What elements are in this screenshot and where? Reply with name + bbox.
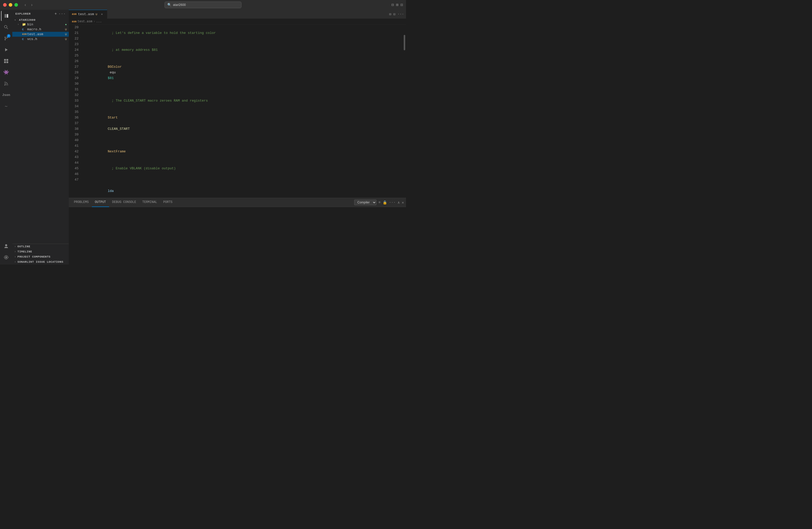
comment-21: ; at memory address $81 <box>108 48 158 52</box>
traffic-lights <box>3 3 18 7</box>
line-num-29: 29 <box>71 75 78 81</box>
panel-lock-icon[interactable]: 🔒 <box>383 200 387 205</box>
sonarlint-chevron: › <box>14 261 16 263</box>
panel-tab-terminal[interactable]: TERMINAL <box>139 198 160 207</box>
compiler-select[interactable]: Compiler <box>354 200 376 205</box>
toggle-panel-icon[interactable]: ⊡ <box>393 12 395 16</box>
panel-more-icon[interactable]: ··· <box>389 200 395 204</box>
file-badge-testasm: U <box>65 33 67 36</box>
line-num-33: 33 <box>71 98 78 104</box>
split-editor-icon[interactable]: ⊟ <box>391 2 394 8</box>
new-file-icon[interactable]: + <box>55 12 57 16</box>
line-num-22: 22 <box>71 36 78 42</box>
nav-buttons: ‹ › <box>23 2 34 8</box>
file-name-vcsh: vcs.h <box>27 37 64 41</box>
code-line-22: BGColor equ $81 <box>84 58 403 87</box>
svg-point-5 <box>5 39 6 40</box>
sidebar-section-project-components[interactable]: › PROJECT COMPONENTS <box>12 254 69 259</box>
panel-list-icon[interactable]: ≡ <box>379 200 381 204</box>
scrollbar-thumb[interactable] <box>404 35 405 50</box>
sidebar-header: Explorer + ··· <box>12 10 69 18</box>
panel-tab-right: Compiler ≡ 🔒 ··· ∧ ✕ <box>354 200 404 205</box>
panel-tab-ports[interactable]: PORTS <box>160 198 176 207</box>
sidebar-item-vcsh[interactable]: › C vcs.h U <box>12 37 69 42</box>
sidebar-outline-label: OUTLINE <box>17 245 30 248</box>
breadcrumb-rest: ... <box>96 20 102 23</box>
more-options-icon[interactable]: ··· <box>59 12 66 16</box>
activity-settings[interactable] <box>1 252 11 262</box>
line-num-26: 26 <box>71 58 78 64</box>
panel-up-icon[interactable]: ∧ <box>397 200 400 205</box>
code-line-27: NextFrame <box>84 143 403 160</box>
line-numbers: 20 21 22 23 24 25 26 27 28 29 30 31 32 3… <box>69 25 82 198</box>
tab-modified-indicator: U <box>96 13 97 16</box>
file-badge-bin: ● <box>65 23 67 26</box>
code-content: ; Let's define a variable to hold the st… <box>82 25 403 198</box>
tab-more-icon[interactable]: ··· <box>397 12 404 16</box>
line-num-45: 45 <box>71 166 78 171</box>
tab-asm-icon: asm <box>72 13 76 16</box>
project-root[interactable]: ▾ ATARI2600 <box>12 18 69 22</box>
sidebar-section-timeline[interactable]: › TIMELINE <box>12 249 69 254</box>
activity-remote[interactable]: ～ <box>1 101 11 111</box>
editor-layout-icon[interactable]: ⊞ <box>396 2 398 8</box>
svg-point-15 <box>5 256 7 258</box>
activity-json[interactable]: Json <box>1 90 11 100</box>
label-22: BGColor <box>108 65 122 69</box>
activity-atari[interactable]: 👾 <box>1 67 11 77</box>
sidebar-title: Explorer <box>15 12 31 15</box>
macro-25: CLEAN_START <box>108 127 130 131</box>
svg-point-2 <box>4 25 7 28</box>
maximize-button[interactable] <box>14 3 18 7</box>
scrollbar-track[interactable] <box>403 25 406 198</box>
panel-close-icon[interactable]: ✕ <box>402 200 404 205</box>
line-num-31: 31 <box>71 87 78 92</box>
activity-source-control[interactable]: 7 <box>1 33 11 44</box>
sidebar-item-testasm[interactable]: › asm test.asm U <box>12 32 69 37</box>
activity-rss[interactable] <box>1 78 11 89</box>
panel: PROBLEMS OUTPUT DEBUG CONSOLE TERMINAL P… <box>69 198 406 265</box>
line-num-43: 43 <box>71 155 78 160</box>
sidebar-item-bin[interactable]: › 📁 bin ● <box>12 22 69 27</box>
code-editor[interactable]: 20 21 22 23 24 25 26 27 28 29 30 31 32 3… <box>69 25 406 198</box>
line-num-25: 25 <box>71 53 78 58</box>
activity-account[interactable] <box>1 241 11 251</box>
forward-button[interactable]: › <box>30 2 34 8</box>
sidebar-section-sonarlint[interactable]: › SONARLINT ISSUE LOCATIONS <box>12 259 69 265</box>
panel-tab-problems[interactable]: PROBLEMS <box>71 198 92 207</box>
split-editor-right-icon[interactable]: ⊟ <box>389 12 391 16</box>
line-num-30: 30 <box>71 81 78 87</box>
svg-rect-1 <box>7 14 8 18</box>
line-num-41: 41 <box>71 143 78 149</box>
tab-test-asm[interactable]: asm test.asm U ✕ <box>69 10 107 19</box>
main-layout: 7 👾 Json ～ Explore <box>0 10 406 265</box>
panel-content <box>69 207 406 265</box>
line-num-27: 27 <box>71 64 78 70</box>
sidebar-section-outline[interactable]: › OUTLINE <box>12 244 69 249</box>
line-num-21: 21 <box>71 30 78 36</box>
file-name-testasm: test.asm <box>27 32 64 36</box>
code-line-28: ; Enable VBLANK (disable output) <box>84 160 403 177</box>
file-tree: ▾ ATARI2600 › 📁 bin ● › C macro.h U › as… <box>12 18 69 244</box>
search-input[interactable] <box>173 3 239 7</box>
activity-search[interactable] <box>1 22 11 32</box>
tab-close-button[interactable]: ✕ <box>100 12 104 16</box>
titlebar-search[interactable]: 🔍 <box>164 2 242 8</box>
minimize-button[interactable] <box>9 3 12 7</box>
comment-28: ; Enable VBLANK (disable output) <box>108 166 176 170</box>
activity-run-debug[interactable] <box>1 45 11 55</box>
sidebar-project-components-label: PROJECT COMPONENTS <box>17 255 50 258</box>
panel-tab-output[interactable]: OUTPUT <box>92 198 109 207</box>
breadcrumb-filename[interactable]: test.asm <box>77 20 92 23</box>
close-button[interactable] <box>3 3 7 7</box>
activity-explorer[interactable] <box>1 11 11 21</box>
back-button[interactable]: ‹ <box>23 2 27 8</box>
code-line-24: ; The CLEAN_START macro zeroes RAM and r… <box>84 92 403 109</box>
project-components-chevron: › <box>14 255 16 258</box>
sidebar-item-macroh[interactable]: › C macro.h U <box>12 27 69 32</box>
svg-line-3 <box>7 28 8 29</box>
customize-layout-icon[interactable]: ⊡ <box>400 2 403 8</box>
activity-extensions[interactable] <box>1 56 11 66</box>
text-22: equ <box>108 71 118 74</box>
panel-tab-debug-console[interactable]: DEBUG CONSOLE <box>109 198 139 207</box>
